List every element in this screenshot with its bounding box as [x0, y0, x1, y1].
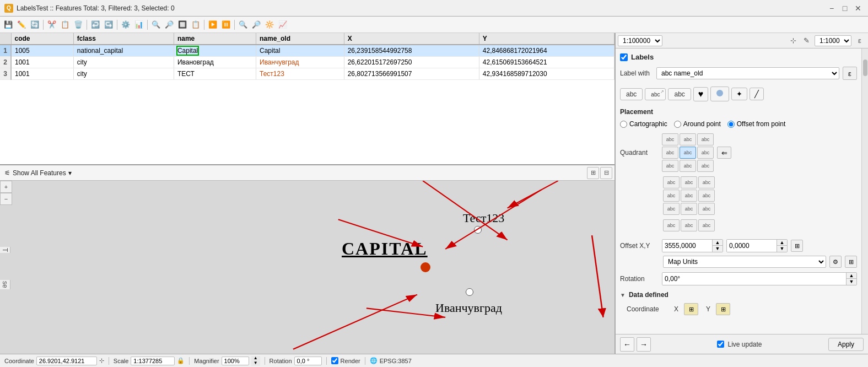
nav-forward-btn[interactable]: → [637, 337, 651, 352]
toolbar-list[interactable]: 📋 [190, 19, 202, 31]
col-header-name-old[interactable]: name_old [256, 33, 344, 45]
cell-y-3[interactable]: 42,934168589712030 [479, 68, 614, 80]
rotation-spin-down[interactable]: ▼ [847, 279, 856, 285]
offset-y-input[interactable] [727, 240, 777, 252]
col-header-fclass[interactable]: fclass [73, 33, 174, 45]
label-with-select[interactable]: abc name_old [656, 67, 839, 79]
cell-x-3[interactable]: 26,802713566991507 [344, 68, 479, 80]
quadrant-btn-18[interactable]: abc [663, 219, 680, 231]
table-row[interactable]: 2 1001 city Ивановград Иванчувград 26,62… [0, 57, 614, 68]
quadrant-btn-15[interactable]: abc [663, 203, 680, 215]
quadrant-btn-6[interactable]: abc [662, 160, 678, 172]
toolbar-copy[interactable]: 📋 [59, 19, 71, 31]
quadrant-btn-2[interactable]: abc [697, 133, 714, 145]
toolbar-filter[interactable]: 🔍 [150, 19, 162, 31]
cell-fclass-2[interactable]: city [73, 57, 174, 68]
cell-code-1[interactable]: 1005 [11, 45, 73, 57]
quadrant-btn-1[interactable]: abc [680, 133, 696, 145]
cell-name-old-2[interactable]: Иванчувград [256, 57, 344, 68]
quadrant-btn-12[interactable]: abc [663, 190, 680, 202]
toolbar-settings[interactable]: ⚙️ [120, 19, 132, 31]
placement-around-point[interactable]: Around point [674, 120, 721, 128]
quadrant-btn-13[interactable]: abc [681, 190, 697, 202]
edit-icon-btn[interactable]: ✎ [800, 35, 812, 47]
select-location-btn[interactable]: ⊹ [787, 35, 799, 47]
cell-y-1[interactable]: 42,846868172021964 [479, 45, 614, 57]
live-update-checkbox[interactable] [717, 341, 724, 348]
scale-input[interactable] [131, 357, 175, 365]
map-canvas[interactable]: + − CAPITAL Тест123 Иванчувград [0, 181, 614, 354]
cell-name-old-1[interactable]: Capital [256, 45, 344, 57]
quadrant-btn-8[interactable]: abc [697, 160, 714, 172]
rotation-spin-up[interactable]: ▲ [847, 273, 856, 279]
quadrant-btn-17[interactable]: abc [698, 203, 715, 215]
toolbar-pause[interactable]: ⏸️ [220, 19, 232, 31]
toolbar-delete[interactable]: 🗑️ [72, 19, 84, 31]
toolbar-redo[interactable]: ↪️ [103, 19, 115, 31]
labels-checkbox[interactable] [620, 53, 628, 61]
toolbar-highlight[interactable]: 🔆 [263, 19, 276, 31]
abc-diamond-btn[interactable]: ✦ [731, 88, 747, 100]
minimize-button[interactable]: − [826, 3, 837, 14]
quadrant-btn-3[interactable]: abc [662, 147, 678, 159]
table-options-btn-1[interactable]: ⊞ [587, 167, 599, 179]
abc-line-btn[interactable]: ╱ [750, 88, 764, 100]
quadrant-btn-4[interactable]: abc [680, 147, 696, 159]
render-checkbox[interactable] [331, 357, 338, 364]
cell-fclass-3[interactable]: city [73, 68, 174, 80]
cell-code-3[interactable]: 1001 [11, 68, 73, 80]
cell-name-old-3[interactable]: Тест123 [256, 68, 344, 80]
units-icon-btn-1[interactable]: ⚙ [829, 256, 842, 268]
offset-x-spin-up[interactable]: ▲ [713, 240, 723, 246]
col-header-y[interactable]: Y [479, 33, 614, 45]
quadrant-btn-14[interactable]: abc [698, 190, 715, 202]
abc-style-btn-2[interactable]: abc ↗ [645, 88, 666, 100]
toolbar-edit[interactable]: ✏️ [15, 19, 28, 31]
magnifier-spin-down[interactable]: ▼ [251, 361, 260, 366]
cell-name-3[interactable]: ТЕСТ [174, 68, 256, 80]
show-features-button[interactable]: ⚟ Show All Features ▾ [2, 168, 74, 178]
toolbar-box[interactable]: 🔲 [176, 19, 188, 31]
abc-style-btn-1[interactable]: abc [620, 88, 643, 100]
offset-x-spin-down[interactable]: ▼ [713, 246, 723, 252]
quadrant-btn-9[interactable]: abc [663, 176, 680, 188]
toolbar-table[interactable]: 📊 [133, 19, 145, 31]
table-row[interactable]: 1 1005 national_capital Capital Capital … [0, 45, 614, 57]
quadrant-btn-11[interactable]: abc [698, 176, 715, 188]
magnifier-input[interactable] [222, 357, 249, 365]
rotation-input[interactable] [662, 273, 846, 285]
cell-y-2[interactable]: 42,615069153664521 [479, 57, 614, 68]
quadrant-arrow-btn[interactable]: ⇐ [717, 147, 731, 159]
quadrant-btn-10[interactable]: abc [681, 176, 697, 188]
quadrant-btn-19[interactable]: abc [681, 219, 697, 231]
toolbar-undo[interactable]: ↩️ [89, 19, 101, 31]
scale-left-selector[interactable]: 1:100000 [618, 35, 662, 46]
cell-name-2[interactable]: Ивановград [174, 57, 256, 68]
data-defined-header[interactable]: ▼ Data defined [620, 291, 857, 299]
quadrant-btn-0[interactable]: abc [662, 133, 678, 145]
toolbar-zoom-out[interactable]: 🔎 [250, 19, 262, 31]
col-header-x[interactable]: X [344, 33, 479, 45]
label-epsilon-btn[interactable]: ε [843, 67, 857, 80]
quadrant-btn-16[interactable]: abc [681, 203, 697, 215]
toolbar-cut[interactable]: ✂️ [46, 19, 58, 31]
abc-circle-btn[interactable] [710, 87, 729, 101]
coordinate-input[interactable] [36, 357, 97, 365]
maximize-button[interactable]: □ [839, 3, 850, 14]
coord-x-btn[interactable]: ⊞ [684, 303, 698, 315]
quadrant-btn-20[interactable]: abc [698, 219, 715, 231]
cell-name-1[interactable]: Capital [174, 45, 256, 57]
cell-code-2[interactable]: 1001 [11, 57, 73, 68]
abc-heart-btn[interactable]: ♥ [693, 87, 709, 101]
placement-cartographic[interactable]: Cartographic [620, 120, 667, 128]
col-header-name[interactable]: name [174, 33, 256, 45]
zoom-in-map-btn[interactable]: + [0, 181, 12, 193]
cell-x-1[interactable]: 26,239158544992758 [344, 45, 479, 57]
units-icon-btn-2[interactable]: ⊞ [845, 256, 857, 268]
scale-right-selector[interactable]: 1:1000 [815, 35, 851, 46]
table-options-btn-2[interactable]: ⊟ [600, 167, 612, 179]
zoom-out-map-btn[interactable]: − [0, 193, 12, 205]
apply-button[interactable]: Apply [828, 338, 864, 351]
quadrant-btn-5[interactable]: abc [697, 147, 714, 159]
toolbar-zoom-in[interactable]: 🔍 [237, 19, 249, 31]
